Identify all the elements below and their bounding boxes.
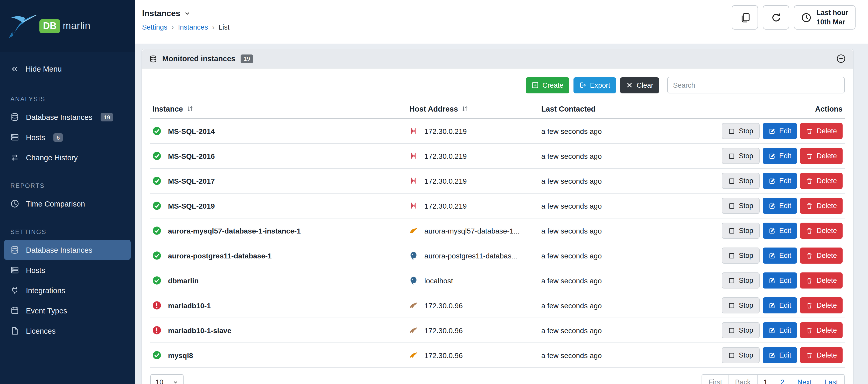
delete-button[interactable]: Delete	[800, 123, 843, 139]
breadcrumb-settings[interactable]: Settings	[142, 23, 167, 31]
pagination: FirstBack12NextLast	[702, 374, 845, 384]
page-title-dropdown[interactable]: Instances	[142, 5, 229, 18]
sort-icon[interactable]	[186, 105, 194, 113]
refresh-button[interactable]	[763, 5, 789, 30]
pagination-back[interactable]: Back	[728, 374, 757, 384]
trash-icon	[806, 352, 813, 359]
mysql-icon	[409, 351, 418, 360]
mariadb-icon	[409, 301, 418, 310]
hide-menu-icon	[10, 65, 19, 73]
sidebar-item-settings-hosts[interactable]: Hosts	[0, 260, 135, 280]
instances-table-body: MS-SQL-2014172.30.0.219a few seconds ago…	[150, 119, 845, 368]
edit-icon	[768, 177, 775, 184]
delete-button[interactable]: Delete	[800, 347, 843, 363]
edit-icon	[768, 202, 775, 209]
edit-button[interactable]: Edit	[763, 297, 797, 314]
clear-button[interactable]: Clear	[620, 77, 659, 93]
sort-icon[interactable]	[461, 105, 469, 113]
edit-button[interactable]: Edit	[763, 223, 797, 239]
breadcrumb-current: List	[219, 23, 229, 31]
edit-button[interactable]: Edit	[763, 347, 797, 363]
delete-button[interactable]: Delete	[800, 173, 843, 189]
status-error-icon	[152, 326, 161, 335]
delete-button[interactable]: Delete	[800, 297, 843, 314]
hide-menu-button[interactable]: Hide Menu	[0, 57, 135, 81]
collapse-button[interactable]	[836, 54, 846, 63]
pagination-row: 10 FirstBack12NextLast	[150, 374, 845, 384]
delete-button[interactable]: Delete	[800, 148, 843, 164]
sidebar-item-time-comparison[interactable]: Time Comparison	[0, 194, 135, 214]
edit-button[interactable]: Edit	[763, 272, 797, 289]
pagination-2[interactable]: 2	[774, 374, 791, 384]
pagination-first[interactable]: First	[702, 374, 729, 384]
last-contacted: a few seconds ago	[539, 218, 699, 243]
count-badge: 19	[101, 113, 113, 121]
sidebar-item-licences[interactable]: Licences	[0, 321, 135, 341]
edit-button[interactable]: Edit	[763, 247, 797, 264]
delete-button[interactable]: Delete	[800, 198, 843, 214]
breadcrumb: Settings › Instances › List	[142, 23, 229, 31]
table-row: aurora-mysql57-database-1-instance-1auro…	[150, 218, 845, 243]
stop-button[interactable]: Stop	[722, 347, 760, 363]
pagination-next[interactable]: Next	[790, 374, 818, 384]
instance-name: MS-SQL-2017	[168, 177, 215, 185]
sqlserver-icon	[409, 151, 418, 160]
stop-button[interactable]: Stop	[722, 148, 760, 164]
sidebar-item-database-instances[interactable]: Database Instances 19	[0, 107, 135, 127]
sidebar-item-event-types[interactable]: Event Types	[0, 300, 135, 321]
edit-button[interactable]: Edit	[763, 198, 797, 214]
instance-name: MS-SQL-2014	[168, 127, 215, 135]
status-ok-icon	[152, 176, 161, 185]
main-area: Instances Settings › Instances › List	[135, 0, 868, 384]
edit-button[interactable]: Edit	[763, 123, 797, 139]
delete-button[interactable]: Delete	[800, 322, 843, 338]
stop-button[interactable]: Stop	[722, 247, 760, 264]
sidebar-item-hosts[interactable]: Hosts 6	[0, 127, 135, 147]
stop-button[interactable]: Stop	[722, 322, 760, 338]
delete-button[interactable]: Delete	[800, 272, 843, 289]
stop-button[interactable]: Stop	[722, 297, 760, 314]
status-ok-icon	[152, 151, 161, 160]
nav-label: Time Comparison	[26, 200, 85, 208]
stop-button[interactable]: Stop	[722, 198, 760, 214]
instance-name: mysql8	[168, 351, 193, 359]
clock-icon	[10, 199, 19, 208]
copy-button[interactable]	[732, 5, 758, 30]
database-icon	[10, 245, 19, 254]
trash-icon	[806, 252, 813, 259]
sidebar-item-settings-database-instances[interactable]: Database Instances	[4, 240, 131, 260]
stop-icon	[728, 277, 735, 284]
create-button[interactable]: Create	[526, 77, 569, 93]
table-toolbar: Create Export Clear	[150, 77, 845, 93]
delete-button[interactable]: Delete	[800, 247, 843, 264]
search-input[interactable]	[667, 77, 845, 93]
column-header-host-address: Host Address	[409, 105, 458, 113]
section-title-settings: SETTINGS	[0, 224, 135, 240]
trash-icon	[806, 152, 813, 159]
nav-label: Database Instances	[26, 113, 92, 121]
edit-button[interactable]: Edit	[763, 148, 797, 164]
edit-button[interactable]: Edit	[763, 173, 797, 189]
mysql-icon	[409, 226, 418, 235]
breadcrumb-instances[interactable]: Instances	[178, 23, 208, 31]
stop-icon	[728, 177, 735, 184]
stop-icon	[728, 352, 735, 359]
status-ok-icon	[152, 127, 161, 136]
table-header-row: Instance Host Address Last Contacted Act…	[150, 103, 845, 119]
status-ok-icon	[152, 201, 161, 210]
sidebar-item-integrations[interactable]: Integrations	[0, 280, 135, 300]
pagination-1[interactable]: 1	[757, 374, 774, 384]
time-range-button[interactable]: Last hour 10th Mar	[794, 5, 856, 30]
edit-button[interactable]: Edit	[763, 322, 797, 338]
export-button[interactable]: Export	[573, 77, 616, 93]
stop-button[interactable]: Stop	[722, 223, 760, 239]
stop-button[interactable]: Stop	[722, 272, 760, 289]
edit-icon	[768, 302, 775, 309]
column-header-instance: Instance	[152, 105, 183, 113]
stop-button[interactable]: Stop	[722, 123, 760, 139]
page-size-select[interactable]: 10	[150, 374, 184, 384]
delete-button[interactable]: Delete	[800, 223, 843, 239]
pagination-last[interactable]: Last	[818, 374, 845, 384]
stop-button[interactable]: Stop	[722, 173, 760, 189]
sidebar-item-change-history[interactable]: Change History	[0, 147, 135, 168]
